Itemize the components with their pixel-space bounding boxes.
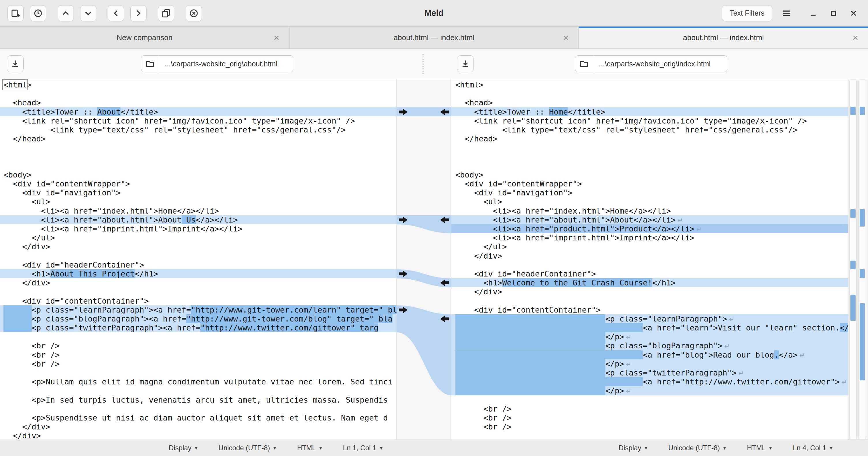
save-left-button[interactable] [7, 55, 24, 72]
cursor-position-left[interactable]: Ln 1, Col 1▼ [343, 444, 383, 452]
line-ending-mark: ↵ [626, 333, 631, 341]
tab-comparison-1[interactable]: about.html — index.html × [289, 27, 579, 49]
encoding-dropdown-left[interactable]: Unicode (UTF-8)▼ [219, 444, 277, 452]
overview-maps [848, 79, 868, 439]
folder-icon [146, 59, 154, 68]
file-chooser-right[interactable]: ...\carparts-website_orig\index.html [575, 55, 727, 72]
code-line: </p>↵ [451, 332, 848, 341]
push-change-left-arrow[interactable] [440, 217, 450, 223]
diff-chunk-mark [850, 295, 856, 321]
maximize-button[interactable] [827, 6, 840, 20]
code-line [451, 431, 848, 439]
encoding-label: Unicode (UTF-8) [669, 444, 720, 452]
go-back-button[interactable] [108, 5, 124, 21]
copy-button[interactable] [158, 5, 174, 21]
tab-comparison-2-active[interactable]: about.html — index.html × [579, 27, 868, 49]
tab-close-icon[interactable]: × [563, 33, 569, 42]
folder-open-button[interactable] [575, 56, 593, 72]
tab-close-icon[interactable]: × [274, 33, 279, 42]
code-line [451, 89, 848, 98]
push-change-right-arrow[interactable] [398, 217, 408, 223]
code-line: <p class="learnParagraph">↵ [451, 314, 848, 323]
code-line: <ul> [451, 197, 848, 206]
file-selector-left: ...\carparts-website_orig\about.html [0, 49, 434, 79]
chevron-up-icon [61, 9, 70, 18]
code-line [0, 332, 397, 341]
syntax-dropdown-right[interactable]: HTML▼ [747, 444, 773, 452]
previous-change-button[interactable] [58, 5, 74, 21]
caret-down-icon: ▼ [194, 446, 198, 451]
code-line [0, 404, 397, 413]
push-change-left-arrow[interactable] [440, 279, 450, 286]
tab-label: about.html — index.html [683, 33, 764, 42]
push-change-right-arrow[interactable] [398, 109, 408, 115]
file-selector-right: ...\carparts-website_orig\index.html [434, 49, 868, 79]
code-line: <br /> [0, 341, 397, 350]
code-line: <head> [451, 98, 848, 107]
code-line: <link type="text/css" rel="stylesheet" h… [0, 125, 397, 134]
line-ending-mark: ↵ [696, 225, 702, 233]
push-change-right-arrow[interactable] [398, 307, 408, 313]
syntax-dropdown-left[interactable]: HTML▼ [297, 444, 323, 452]
minimize-button[interactable] [806, 6, 820, 20]
close-button[interactable] [847, 6, 861, 20]
encoding-dropdown-right[interactable]: Unicode (UTF-8)▼ [669, 444, 727, 452]
left-code-pane[interactable]: <html> <head> <title>Tower :: About</tit… [0, 79, 397, 439]
code-line: </head> [0, 134, 397, 143]
meld-window: Meld Text Filters [0, 0, 868, 456]
display-dropdown-left[interactable]: Display▼ [169, 444, 198, 452]
history-button[interactable] [30, 5, 46, 21]
code-line: <p class="blogParagraph">↵ [451, 341, 848, 350]
code-line [451, 395, 848, 404]
close-circle-icon [189, 9, 198, 18]
stop-button[interactable] [186, 5, 202, 21]
cursor-position-right[interactable]: Ln 4, Col 1▼ [793, 444, 833, 452]
overview-map-left[interactable] [849, 80, 857, 439]
header-bar: Meld Text Filters [0, 0, 868, 27]
code-line [0, 368, 397, 377]
code-line: <p class="twitterParagraph">↵ [451, 368, 848, 377]
folder-open-button[interactable] [141, 56, 159, 72]
code-line: <link rel="shortcut icon" href="img/favi… [0, 116, 397, 125]
go-forward-button[interactable] [130, 5, 147, 21]
push-change-left-arrow[interactable] [440, 315, 450, 322]
chevron-right-icon [134, 9, 143, 18]
push-change-right-arrow[interactable] [398, 270, 408, 277]
display-dropdown-right[interactable]: Display▼ [619, 444, 648, 452]
right-code-pane[interactable]: <html> <head> <title>Tower :: Home</titl… [451, 79, 848, 439]
push-change-left-arrow[interactable] [440, 109, 450, 115]
new-comparison-button[interactable] [7, 5, 24, 21]
status-right: Display▼ Unicode (UTF-8)▼ HTML▼ Ln 4, Co… [434, 444, 868, 452]
save-right-button[interactable] [457, 55, 474, 72]
tab-close-icon[interactable]: × [852, 33, 858, 42]
code-line: <title>Tower :: About</title> [0, 107, 397, 116]
diff-chunk-mark [860, 269, 865, 278]
copy-icon [161, 9, 171, 18]
overview-map-right[interactable] [859, 80, 866, 439]
line-ending-mark: ↵ [799, 351, 805, 359]
code-line: <li><a href="about.html">About Us</a></l… [0, 215, 397, 224]
pane-divider-handle[interactable] [423, 54, 424, 74]
cursor-label: Ln 4, Col 1 [793, 444, 826, 452]
code-line: <br /> [451, 422, 848, 431]
status-left: Display▼ Unicode (UTF-8)▼ HTML▼ Ln 1, Co… [0, 444, 434, 452]
text-filters-button[interactable]: Text Filters [722, 5, 772, 21]
code-line: <html> [451, 80, 848, 89]
menu-button[interactable] [779, 5, 795, 21]
code-line: <a href="http://www.twitter.com/gittower… [451, 377, 848, 386]
diff-chunk-mark [850, 261, 856, 269]
code-line: </div> [451, 287, 848, 296]
tab-new-comparison[interactable]: New comparison × [0, 27, 289, 49]
code-line: <li><a href="imprint.html">Imprint</a></… [451, 233, 848, 242]
diff-chunk-mark [860, 209, 865, 226]
display-label: Display [169, 444, 191, 452]
active-tab-indicator [579, 27, 868, 28]
file-chooser-left[interactable]: ...\carparts-website_orig\about.html [141, 55, 293, 72]
next-change-button[interactable] [80, 5, 96, 21]
code-line: <div id="contentContainer"> [451, 305, 848, 314]
line-ending-mark: ↵ [738, 369, 744, 377]
line-ending-mark: ↵ [729, 315, 735, 323]
tab-label: about.html — index.html [394, 33, 474, 42]
code-line: <h1>Welcome to the Git Crash Course!</h1… [451, 278, 848, 287]
code-line: <p class="twitterParagraph"><a href="htt… [0, 323, 397, 332]
